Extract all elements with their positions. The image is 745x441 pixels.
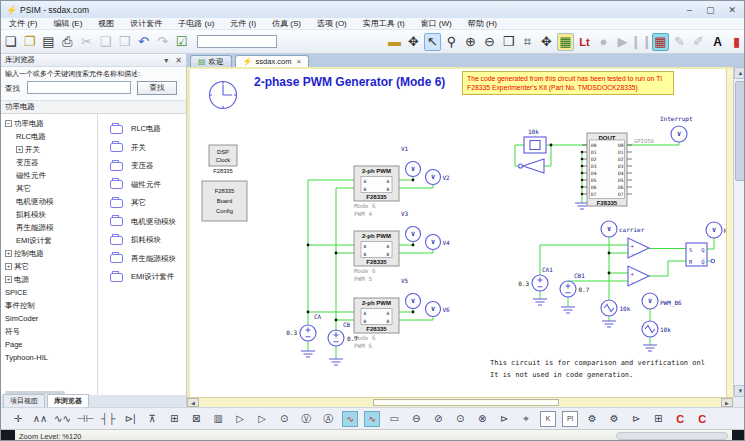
- print-icon[interactable]: ⎙: [59, 33, 76, 51]
- stop-icon[interactable]: ●: [595, 33, 612, 51]
- comparator-2[interactable]: + -: [628, 266, 649, 286]
- select-arrow-icon[interactable]: ↖: [424, 33, 441, 51]
- close-button[interactable]: ✕: [728, 5, 736, 15]
- buffer-icon[interactable]: ⊳: [496, 411, 512, 427]
- capacitor-icon[interactable]: ⊣⊢: [77, 411, 94, 427]
- library-folder-item[interactable]: RLC电路: [98, 120, 186, 139]
- tab-library-browser[interactable]: 库浏览器: [47, 394, 89, 407]
- wave-source-2[interactable]: 10k: [642, 321, 671, 337]
- find-button[interactable]: 查找: [137, 81, 177, 95]
- redo-icon[interactable]: ↷: [154, 33, 171, 51]
- maximize-button[interactable]: ▢: [706, 5, 715, 15]
- library-folder-item[interactable]: 再生能源模块: [98, 250, 186, 269]
- voltage-sensor-icon[interactable]: ⚙: [584, 411, 600, 427]
- category-header[interactable]: 功率电路: [1, 101, 186, 114]
- source-dc-icon[interactable]: ⊖: [408, 411, 424, 427]
- run-icon[interactable]: ▶: [614, 33, 631, 51]
- source-sine-icon[interactable]: ⊘: [430, 411, 446, 427]
- menu-item[interactable]: 实用工具 (t): [355, 18, 413, 29]
- voltmeter-icon[interactable]: Ⓥ: [298, 411, 314, 427]
- expand-icon[interactable]: +: [5, 250, 12, 257]
- menu-item[interactable]: 子电路 (u): [170, 18, 222, 29]
- c-block-icon[interactable]: C: [694, 411, 710, 427]
- tree-item[interactable]: RLC电路: [1, 130, 97, 143]
- tree-item[interactable]: SPICE: [1, 286, 97, 299]
- tree-item[interactable]: 电机驱动模: [1, 195, 97, 208]
- expand-icon[interactable]: +: [16, 146, 23, 153]
- scope-2-icon[interactable]: ∿: [364, 411, 380, 427]
- tree-item[interactable]: 变压器: [1, 156, 97, 169]
- source-cb1[interactable]: CB1 0.7: [560, 272, 590, 297]
- tab-project-view[interactable]: 项目视图: [3, 394, 45, 407]
- comparator-1[interactable]: + -: [628, 238, 649, 258]
- diode-icon[interactable]: ⊳|: [122, 411, 138, 427]
- menu-item[interactable]: 选项 (O): [309, 18, 355, 29]
- zoom-out-icon[interactable]: ⊖: [481, 33, 498, 51]
- open-file-icon[interactable]: ❐: [21, 33, 38, 51]
- tab-ssdax[interactable]: ⚡ ssdax.com ×: [235, 55, 310, 67]
- opamp-icon[interactable]: ▷: [232, 411, 248, 427]
- library-folder-item[interactable]: EMI设计套件: [98, 268, 186, 287]
- meter-icon[interactable]: ▥: [210, 411, 226, 427]
- opamp-2-icon[interactable]: ▷: [254, 411, 270, 427]
- menu-item[interactable]: 窗口 (W): [413, 18, 460, 29]
- paste-icon[interactable]: ❒: [116, 33, 133, 51]
- interrupt-probe[interactable]: V Interrupt: [660, 115, 693, 142]
- library-folder-item[interactable]: 电机驱动模块: [98, 213, 186, 232]
- clock-symbol[interactable]: [210, 82, 237, 109]
- resistor-block-icon[interactable]: ▭: [386, 411, 402, 427]
- board-config-block[interactable]: F28335 Board Config: [202, 181, 247, 221]
- tree-item[interactable]: −功率电路: [1, 117, 97, 130]
- capacitor-polar-icon[interactable]: ┤├: [100, 411, 116, 427]
- minimize-button[interactable]: –: [687, 5, 692, 15]
- text-tool-icon[interactable]: A: [709, 33, 726, 51]
- new-file-icon[interactable]: ❏: [2, 33, 19, 51]
- cut-icon[interactable]: ✂: [78, 33, 95, 51]
- junction-icon[interactable]: ✛: [10, 411, 26, 427]
- tree-item[interactable]: +控制电路: [1, 247, 97, 260]
- tree-item[interactable]: 损耗模块: [1, 208, 97, 221]
- vertical-scrollbar[interactable]: ▲ ▼: [733, 67, 745, 397]
- mosfet-icon[interactable]: ⊼: [144, 411, 160, 427]
- pwm-block-2[interactable]: 2-ph PWM A B A B F28335 Mode 6 PWM 5 V V…: [354, 210, 450, 282]
- library-folder-item[interactable]: 损耗模块: [98, 231, 186, 250]
- panel-collapse-icon[interactable]: ▾: [164, 56, 168, 65]
- source-ca1[interactable]: CA1 0.3: [518, 266, 553, 291]
- menu-item[interactable]: 视图: [90, 18, 122, 29]
- pwm-b6-probe[interactable]: V PWM_B6: [642, 293, 682, 309]
- scroll-right-icon[interactable]: ▶: [721, 398, 733, 407]
- scroll-down-icon[interactable]: ▼: [734, 385, 745, 397]
- sr-flipflop[interactable]: S Q R Q̅: [686, 243, 715, 266]
- c-script-icon[interactable]: C: [672, 411, 688, 427]
- panel-close-icon[interactable]: ✕: [175, 56, 182, 65]
- library-folder-item[interactable]: 变压器: [98, 157, 186, 176]
- source-square-icon[interactable]: ⊗: [474, 411, 490, 427]
- scroll-left-icon[interactable]: ◀: [187, 398, 199, 407]
- resistor-icon[interactable]: ∧∧: [32, 411, 48, 427]
- tree-item[interactable]: Page: [1, 338, 97, 351]
- library-folder-item[interactable]: 其它: [98, 194, 186, 213]
- expand-icon[interactable]: +: [5, 263, 12, 270]
- tree-item[interactable]: +其它: [1, 260, 97, 273]
- ltspice-icon[interactable]: Lt: [576, 33, 593, 51]
- dsp-clock-block[interactable]: DSP Clock F28335: [209, 145, 237, 174]
- verify-icon[interactable]: ☑: [173, 33, 190, 51]
- zoom-page-icon[interactable]: ❒: [500, 33, 517, 51]
- copy-icon[interactable]: ❑: [97, 33, 114, 51]
- carrier-wave-source[interactable]: 10k: [601, 300, 631, 316]
- wire-tool-icon[interactable]: ▬: [386, 33, 403, 51]
- probe-pencil-2-icon[interactable]: ✐: [690, 33, 707, 51]
- tree-item[interactable]: 磁性元件: [1, 169, 97, 182]
- simview-icon[interactable]: ▦: [557, 33, 574, 51]
- menu-item[interactable]: 帮助 (H): [460, 18, 505, 29]
- save-icon[interactable]: ▤: [40, 33, 57, 51]
- probe-icon[interactable]: ⊙: [276, 411, 292, 427]
- dout-block[interactable]: DOUT D0D0D1D1D2D2D3D3D4D4D5D5D6D6D7D7 F2…: [581, 133, 654, 206]
- current-sensor-icon[interactable]: ⚙: [606, 411, 622, 427]
- horizontal-scrollbar[interactable]: ◀ ▶: [187, 397, 733, 407]
- menu-item[interactable]: 文件 (F): [1, 18, 45, 29]
- tree-item[interactable]: +开关: [1, 143, 97, 156]
- library-folder-item[interactable]: 磁性元件: [98, 176, 186, 195]
- toolbar-combo-input[interactable]: [197, 35, 277, 48]
- ammeter-icon[interactable]: Ⓐ: [320, 411, 336, 427]
